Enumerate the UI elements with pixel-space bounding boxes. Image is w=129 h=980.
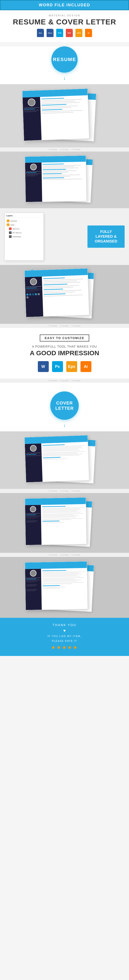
resume-preview-1 [0,84,129,147]
resume-preview-2 [0,151,129,208]
impression-span: A GOOD IMPRESSION [30,349,99,356]
top-banner: WORD FILE INCLUDED [0,0,129,10]
word-icon: W [38,361,49,372]
layer-label-1: Interests [10,220,17,222]
watermark-5: © envato © envato © envato [0,553,129,557]
software-icons: W Ps Eps Ai [4,361,125,372]
watermark-1: © envato © envato © envato [0,147,129,151]
resume-circle-text: RESUME [53,57,76,62]
watermark-3: © envato © envato © envato [0,379,129,383]
layers-section: Layers ▶ Interests ▶ Skills ⬡ Skill Icon… [0,208,129,265]
material-design-label: MATERIAL DESIGN [4,14,125,17]
layer-label-2: Skills [10,224,15,226]
layers-panel: Layers ▶ Interests ▶ Skills ⬡ Skill Icon… [4,213,44,261]
top-banner-text: WORD FILE INCLUDED [39,3,90,7]
main-title: RESUME & COVER LETTER [4,18,125,26]
cover-front-paper-2 [25,497,87,546]
ai-icon: Ai [85,29,92,37]
doc-icon: Doc [37,29,44,37]
text-icon-2: T [9,235,11,238]
pdf-icon: PDF [66,29,73,37]
cover-front-paper-3 [25,561,88,610]
subtitle-text: A POWERFULL TOOL THAT MAKES YOU [4,345,125,348]
arrow-down-2: ↓ [0,422,129,428]
front-paper-2 [25,156,87,202]
cover-line1: COVER [55,400,74,406]
layer-row-skill-icon: ⬡ Skill Icon [6,227,42,231]
illustrator-icon: Ai [81,361,91,372]
rate-text-2: PLEASE RATE IT [4,640,125,642]
impression-text: A GOOD IMPRESSION [4,349,125,357]
photoshop-icon: Ps [52,361,63,372]
file-icon-eps: EPS [76,29,82,38]
thank-you-banner: THANK YOU ♥ IF YOU LIKE MY ITEM, PLEASE … [0,618,129,656]
thank-you-text: THANK YOU [4,623,125,627]
file-icon-psd: PSD [56,29,63,38]
file-icon-docx: Docx [47,29,53,38]
folder-icon-2: ▶ [7,224,10,226]
cover-circle: COVER LETTER [50,391,79,420]
resume-badge-section: RESUME ↓ [0,46,129,84]
layers-title: Layers [6,215,42,218]
file-icon-ai: Ai [85,29,92,38]
title-cover: COVER LETTER [56,18,116,26]
front-paper [22,89,89,141]
layer-row-skills: ▶ Skills [6,223,42,227]
title-resume: RESUME [13,18,46,26]
fully-layered-badge: FULLY LAYERED & ORGANISED [87,226,125,248]
watermark-2: © envato © envato © envato [0,324,129,328]
docx-icon: Docx [47,29,53,37]
fully-badge-line1: FULLY LAYERED & [92,229,120,239]
watermark-4: © envato © envato © envato [0,489,129,493]
fully-badge-line2: ORGANISED [92,239,120,244]
layer-row-interests: ▶ Interests [6,219,42,223]
layer-row-photoshop: T Photoshop [6,235,42,239]
cover-preview-3 [0,557,129,618]
cover-badge-section: COVER LETTER ↓ [0,383,129,431]
layer-label-5: Photoshop [13,236,21,238]
shape-icon-1: ⬡ [9,228,11,230]
cover-line2: LETTER [55,406,74,411]
rate-text-1: IF YOU LIKE MY ITEM, [4,635,125,637]
heart-icon: ♥ [4,628,125,633]
psd-icon: PSD [56,29,63,37]
front-paper-3 [24,268,89,317]
layer-label-4: MY SKILLS [13,232,21,234]
file-icons: Doc Docx PSD PDF EPS Ai [4,29,125,38]
layer-label-3: Skill Icon [13,228,19,230]
stars: ★★★★★ [4,644,125,651]
cover-preview-1 [0,431,129,489]
file-icon-doc: Doc [37,29,44,38]
cover-preview-2 [0,493,129,553]
cover-circle-text: COVER LETTER [55,400,74,411]
resume-preview-3 [0,265,129,324]
header-section: MATERIAL DESIGN RESUME & COVER LETTER Do… [0,10,129,42]
layer-row-my-skills: T MY SKILLS [6,231,42,235]
eps-icon-2: Eps [66,361,77,372]
customize-section: EASY TO CUSTOMIZE A POWERFULL TOOL THAT … [0,328,129,379]
resume-circle: RESUME [52,46,77,73]
text-icon-1: T [9,231,11,234]
customize-badge-text: EASY TO CUSTOMIZE [45,336,84,340]
file-icon-pdf: PDF [66,29,73,38]
title-amp: & [46,18,56,26]
eps-icon: EPS [76,29,82,37]
arrow-down-1: ↓ [0,75,129,81]
folder-icon-1: ▶ [7,220,10,222]
customize-badge: EASY TO CUSTOMIZE [40,334,89,342]
cover-front-paper-1 [24,435,89,483]
